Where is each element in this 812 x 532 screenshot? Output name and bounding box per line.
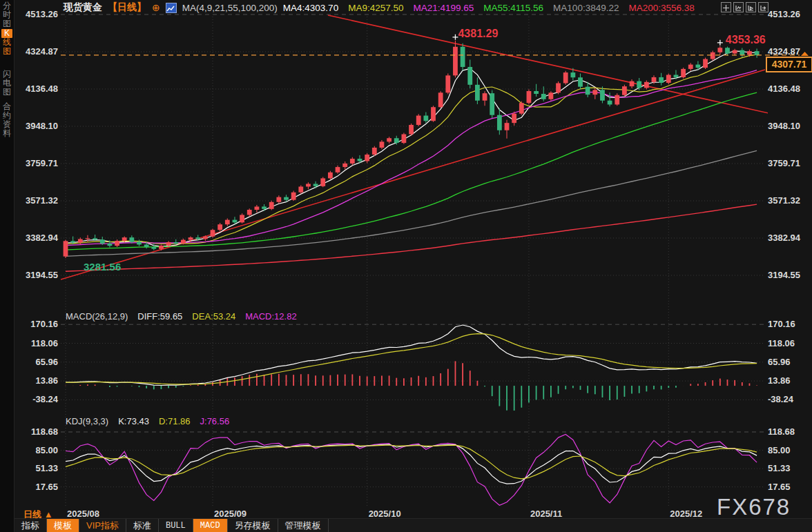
- sidebar-tab-合约资料[interactable]: 合约资料: [0, 102, 14, 138]
- price-axis-label: 118.06: [18, 338, 58, 348]
- date-label: 2025/09: [214, 509, 246, 519]
- ma-value-label: MA21:4199.65: [413, 3, 474, 13]
- macd-dea-line: [66, 334, 757, 384]
- kdj-pane: [66, 435, 757, 506]
- chart-toolbar-icons: [721, 2, 768, 12]
- macd-diff-line: [66, 325, 757, 386]
- bottom-tab-BULL[interactable]: BULL: [159, 519, 193, 532]
- sidebar-tab-char: 图: [3, 47, 11, 56]
- price-axis-label: 3948.10: [18, 121, 58, 131]
- price-axis-label: 13.86: [768, 375, 791, 386]
- price-axis-label: 3194.55: [768, 270, 800, 280]
- price-axis-label: 51.33: [768, 463, 791, 473]
- bottom-tab-MACD[interactable]: MACD: [193, 519, 228, 532]
- date-label: 2025/11: [530, 509, 562, 519]
- bottom-tab-VIP指标[interactable]: VIP指标: [79, 519, 126, 532]
- sidebar-tab-闪电图[interactable]: 闪电图: [0, 70, 14, 97]
- kdj-d-value: D:71.86: [159, 416, 191, 426]
- price-axis-label: 3382.94: [768, 233, 800, 243]
- ma-settings-label: MA(4,9,21,55,100,200): [182, 3, 278, 13]
- ma100-line: [66, 150, 757, 256]
- chart-export-icon[interactable]: [758, 2, 768, 12]
- price-axis-label: 170.16: [18, 319, 58, 329]
- macd-label-row: MACD(26,12,9) DIFF:59.65 DEA:53.24 MACD:…: [66, 311, 297, 322]
- macd-dea-value: DEA:53.24: [192, 311, 235, 322]
- price-axis-label: 13.86: [18, 375, 58, 386]
- price-axis-label: 85.00: [768, 445, 791, 455]
- price-axis-label: 118.68: [768, 426, 795, 437]
- macd-macd-value: MACD:12.82: [245, 311, 296, 322]
- recent-high-annotation: 4353.36: [726, 34, 766, 46]
- watermark: FX678: [717, 494, 791, 520]
- kdj-k-value: K:73.43: [118, 416, 149, 426]
- chart-type-sidebar: 分时图K线图闪电图合约资料: [0, 0, 14, 532]
- sidebar-tab-K线图[interactable]: K线图: [0, 29, 14, 56]
- sidebar-tab-char: 图: [3, 19, 11, 28]
- kdj-label-row: KDJ(9,3,3) K:73.43 D:71.86 J:76.56: [66, 416, 229, 426]
- bottom-tab-模板[interactable]: 模板: [47, 519, 79, 532]
- chart-play-icon[interactable]: [746, 2, 756, 12]
- ma-value-list: MA4:4303.70MA9:4257.50MA21:4199.65MA55:4…: [283, 3, 695, 13]
- ma-value-label: MA100:3849.22: [553, 3, 619, 13]
- ascending-support-trendline[interactable]: [61, 70, 765, 279]
- price-axis-label: 3759.71: [768, 158, 800, 168]
- ma-value-label: MA200:3556.38: [628, 3, 694, 13]
- macd-name: MACD(26,12,9): [66, 311, 128, 322]
- kdj-d-line: [66, 445, 757, 479]
- date-label: 2025/08: [67, 509, 99, 519]
- ma-value-label: MA55:4115.56: [483, 3, 543, 13]
- low-price-annotation: 3281.56: [84, 261, 121, 273]
- ma-value-label: MA4:4303.70: [283, 3, 338, 13]
- kdj-name: KDJ(9,3,3): [66, 416, 108, 426]
- sidebar-tab-分时图[interactable]: 分时图: [0, 1, 14, 28]
- sidebar-tab-char: 图: [3, 88, 11, 97]
- period-selector-tag[interactable]: 【日线】: [108, 1, 146, 14]
- ma200-line: [66, 204, 757, 271]
- candlesticks: [64, 35, 760, 258]
- high-cross-marker: [452, 35, 458, 40]
- price-axis-label: 4513.26: [18, 9, 58, 19]
- price-axis-label: 3759.71: [18, 158, 58, 168]
- price-axis-label: 4324.87: [18, 46, 58, 57]
- date-label: 2025/12: [670, 509, 702, 519]
- bottom-tab-管理模板[interactable]: 管理模板: [278, 519, 329, 532]
- kdj-j-value: J:76.56: [200, 416, 230, 426]
- add-indicator-icon[interactable]: ⊕: [152, 2, 160, 13]
- macd-diff-value: DIFF:59.65: [137, 311, 182, 322]
- price-axis-label: 51.33: [18, 463, 58, 473]
- ma55-line: [66, 92, 757, 250]
- price-axis-label: 85.00: [18, 445, 58, 455]
- peak-price-annotation: 4381.29: [458, 28, 498, 40]
- bottom-tab-另存模板[interactable]: 另存模板: [228, 519, 278, 532]
- price-axis-label: -38.24: [18, 394, 58, 404]
- current-price-box: 4307.71: [766, 57, 812, 72]
- macd-pane: [66, 325, 757, 411]
- descending-resistance-trendline[interactable]: [328, 15, 812, 123]
- price-axis-label: -38.24: [768, 394, 793, 404]
- price-axis-label: 3382.94: [18, 233, 58, 243]
- price-axis-label: 4324.87: [768, 46, 800, 57]
- move-icon[interactable]: [721, 2, 731, 12]
- price-axis-label: 3571.32: [18, 195, 58, 206]
- date-label: 2025/10: [369, 509, 401, 519]
- price-axis-label: 3571.32: [768, 195, 800, 206]
- price-axis-label: 3948.10: [768, 121, 800, 131]
- price-axis-label: 4136.48: [768, 83, 800, 94]
- candlestick-chart-icon[interactable]: [166, 3, 177, 13]
- price-axis-label: 17.65: [18, 482, 58, 492]
- price-axis-label: 118.06: [768, 338, 795, 348]
- price-axis-label: 3194.55: [18, 270, 58, 280]
- price-axis-label: 4136.48: [18, 83, 58, 94]
- bottom-tab-指标[interactable]: 指标: [14, 519, 47, 532]
- kdj-k-line: [66, 444, 757, 484]
- price-axis-label: 65.96: [18, 357, 58, 367]
- trading-chart-app: 现货黄金 【日线】 ⊕ MA(4,9,21,55,100,200) MA4:43…: [0, 0, 812, 532]
- chart-header: 现货黄金 【日线】 ⊕ MA(4,9,21,55,100,200) MA4:43…: [64, 1, 695, 14]
- symbol-title: 现货黄金: [64, 1, 102, 14]
- ma-value-label: MA9:4257.50: [348, 3, 403, 13]
- sidebar-tab-char: 料: [3, 129, 11, 138]
- bottom-tab-标准[interactable]: 标准: [126, 519, 159, 532]
- chart-axis-icon[interactable]: [733, 2, 744, 12]
- indicator-template-toolbar: 指标模板VIP指标标准BULLMACD另存模板管理模板: [0, 518, 812, 532]
- chart-canvas[interactable]: [0, 0, 812, 532]
